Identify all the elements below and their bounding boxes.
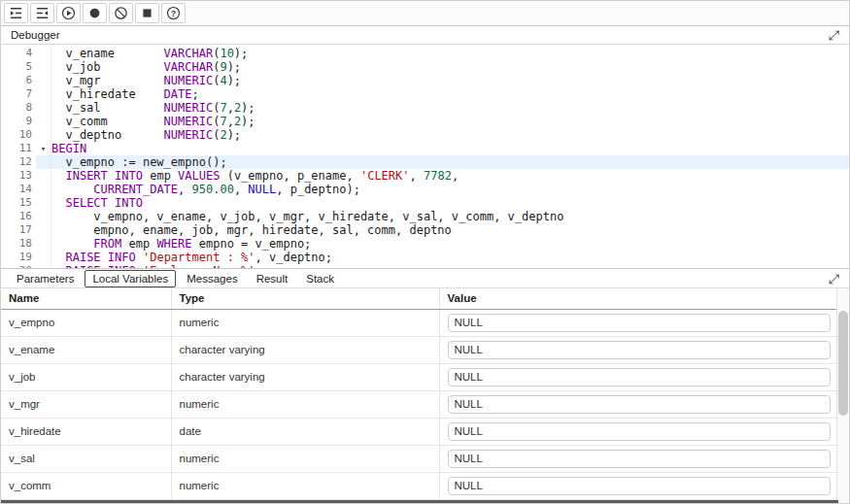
value-input-v_hiredate[interactable] (448, 422, 832, 441)
code-text: v_deptno NUMERIC(2); (51, 128, 849, 142)
variables-grid: NameTypeValue v_empnonumericv_enamechara… (1, 288, 849, 503)
variable-row-v_hiredate[interactable]: v_hiredatedate (1, 418, 838, 445)
fold-spacer (36, 155, 51, 169)
code-text: CURRENT_DATE, 950.00, NULL, p_deptno); (51, 183, 849, 196)
code-text: v_job VARCHAR(9); (51, 60, 849, 74)
fold-spacer (36, 251, 51, 264)
line-number[interactable]: 9 (1, 115, 36, 128)
continue-button[interactable] (56, 3, 81, 23)
panel-tab-result[interactable]: Result (249, 270, 296, 287)
code-line-13[interactable]: 13 INSERT INTO emp VALUES (v_empno, p_en… (1, 169, 849, 183)
column-header-name[interactable]: Name (1, 288, 171, 309)
cell-name: v_comm (1, 472, 171, 499)
panel-tab-messages[interactable]: Messages (179, 270, 245, 287)
panel-tab-bar: ParametersLocal VariablesMessagesResultS… (1, 268, 849, 288)
cell-value (439, 390, 838, 418)
code-line-9[interactable]: 9 v_comm NUMERIC(7,2); (1, 115, 849, 128)
column-header-type[interactable]: Type (171, 288, 439, 309)
value-input-v_mgr[interactable] (448, 395, 832, 414)
cell-value (439, 418, 838, 445)
fold-arrow-icon[interactable]: ▾ (36, 142, 51, 155)
fold-spacer (36, 128, 51, 142)
variable-row-v_mgr[interactable]: v_mgrnumeric (1, 390, 838, 418)
fold-spacer (36, 74, 51, 87)
code-editor[interactable]: 4 v_ename VARCHAR(10);5 v_job VARCHAR(9)… (1, 45, 849, 268)
code-line-15[interactable]: 15 SELECT INTO (1, 196, 849, 210)
cell-name: v_mgr (1, 390, 171, 418)
vertical-scrollbar[interactable] (836, 288, 849, 503)
panel-tab-parameters[interactable]: Parameters (9, 270, 82, 287)
line-number[interactable]: 12 (1, 155, 36, 169)
cell-type: character varying (171, 363, 439, 390)
code-line-16[interactable]: 16 v_empno, v_ename, v_job, v_mgr, v_hir… (1, 210, 849, 223)
editor-expand-icon[interactable]: ⤢ (827, 28, 841, 42)
line-number[interactable]: 15 (1, 196, 36, 210)
code-text: INSERT INTO emp VALUES (v_empno, p_ename… (51, 169, 849, 183)
panel-expand-icon[interactable]: ⤢ (827, 272, 841, 286)
code-line-8[interactable]: 8 v_sal NUMERIC(7,2); (1, 101, 849, 115)
variable-row-v_empno[interactable]: v_empnonumeric (1, 309, 838, 336)
scrollbar-thumb[interactable] (838, 311, 848, 416)
code-line-5[interactable]: 5 v_job VARCHAR(9); (1, 60, 849, 74)
code-line-14[interactable]: 14 CURRENT_DATE, 950.00, NULL, p_deptno)… (1, 183, 849, 196)
play-circle-icon (61, 6, 76, 20)
cell-value (439, 472, 838, 499)
value-input-v_empno[interactable] (448, 314, 832, 332)
code-line-12[interactable]: 12 v_empno := new_empno(); (1, 155, 849, 169)
code-line-11[interactable]: 11▾BEGIN (1, 142, 849, 155)
line-number[interactable]: 19 (1, 251, 36, 264)
stop-button[interactable] (135, 3, 159, 23)
fold-spacer (36, 169, 51, 183)
cell-name: v_empno (1, 309, 171, 336)
variable-row-v_ename[interactable]: v_enamecharacter varying (1, 336, 838, 363)
line-number[interactable]: 16 (1, 210, 36, 223)
step-into-icon (9, 6, 23, 20)
line-number[interactable]: 17 (1, 223, 36, 237)
line-number[interactable]: 13 (1, 169, 36, 183)
editor-tab-bar: Debugger ⤢ (1, 26, 849, 45)
line-number[interactable]: 7 (1, 87, 36, 101)
cell-type: numeric (171, 472, 439, 499)
code-text: v_comm NUMERIC(7,2); (51, 115, 849, 128)
toggle-breakpoint-button[interactable] (83, 3, 107, 23)
code-line-6[interactable]: 6 v_mgr NUMERIC(4); (1, 74, 849, 87)
help-button[interactable]: ? (161, 3, 186, 23)
cell-value (439, 309, 838, 336)
code-text: SELECT INTO (51, 196, 849, 210)
cell-type: numeric (171, 445, 439, 472)
clear-breakpoints-button[interactable] (109, 3, 133, 23)
value-input-v_sal[interactable] (448, 450, 832, 468)
line-number[interactable]: 6 (1, 74, 36, 87)
line-number[interactable]: 5 (1, 60, 36, 74)
code-line-18[interactable]: 18 FROM emp WHERE empno = v_empno; (1, 237, 849, 251)
tab-debugger[interactable]: Debugger (9, 28, 70, 42)
line-number[interactable]: 8 (1, 101, 36, 115)
code-line-19[interactable]: 19 RAISE INFO 'Department : %', v_deptno… (1, 251, 849, 264)
code-line-7[interactable]: 7 v_hiredate DATE; (1, 87, 849, 101)
line-number[interactable]: 14 (1, 183, 36, 196)
code-line-10[interactable]: 10 v_deptno NUMERIC(2); (1, 128, 849, 142)
variable-row-v_comm[interactable]: v_commnumeric (1, 472, 838, 499)
cell-type: numeric (171, 390, 439, 418)
value-input-v_comm[interactable] (448, 477, 832, 495)
no-entry-icon (114, 6, 128, 20)
line-number[interactable]: 11 (1, 142, 36, 155)
variable-row-v_sal[interactable]: v_salnumeric (1, 445, 838, 472)
fold-spacer (36, 237, 51, 251)
code-line-4[interactable]: 4 v_ename VARCHAR(10); (1, 47, 849, 60)
panel-tab-local-variables[interactable]: Local Variables (85, 270, 176, 287)
step-into-button[interactable] (4, 3, 28, 23)
value-input-v_job[interactable] (448, 368, 832, 386)
code-line-17[interactable]: 17 empno, ename, job, mgr, hiredate, sal… (1, 223, 849, 237)
step-over-button[interactable] (30, 3, 54, 23)
fold-spacer (36, 87, 51, 101)
column-header-value[interactable]: Value (439, 288, 838, 309)
value-input-v_ename[interactable] (448, 341, 832, 359)
line-number[interactable]: 4 (1, 47, 36, 60)
step-over-icon (35, 6, 50, 20)
grid-header-row: NameTypeValue (1, 288, 838, 309)
variable-row-v_job[interactable]: v_jobcharacter varying (1, 363, 838, 390)
line-number[interactable]: 10 (1, 128, 36, 142)
panel-tab-stack[interactable]: Stack (298, 270, 342, 287)
line-number[interactable]: 18 (1, 237, 36, 251)
